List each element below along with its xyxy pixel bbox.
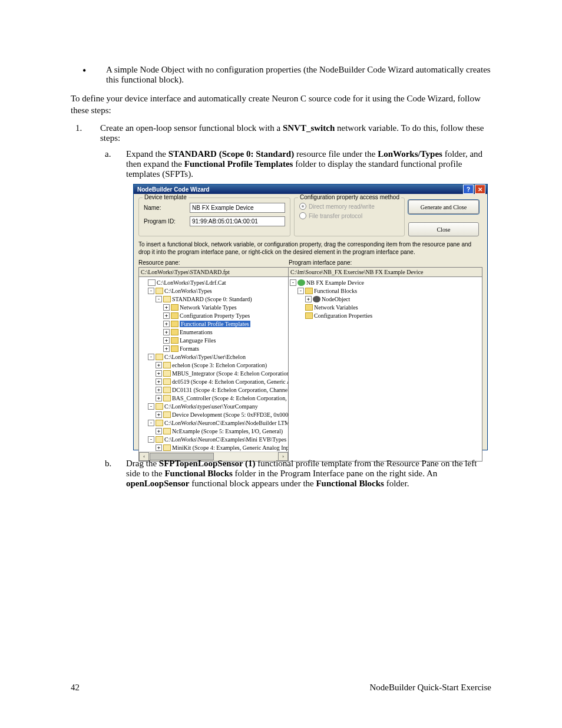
folder-open-icon (163, 378, 171, 385)
name-input[interactable] (190, 203, 285, 213)
folder-icon (171, 345, 178, 352)
tree-item[interactable]: -Functional Blocks (290, 286, 482, 295)
close-window-button[interactable]: ✕ (475, 185, 485, 194)
instruction-text: To insert a functional block, network va… (138, 241, 482, 256)
tree-item-label: Device Development (Scope 5: 0xFFD3E, 0x… (172, 411, 288, 418)
folder-open-icon (156, 288, 163, 294)
collapse-icon[interactable]: - (297, 288, 304, 294)
collapse-icon[interactable]: - (290, 279, 296, 286)
expand-icon[interactable]: + (156, 444, 162, 451)
tree-item-label: echelon (Scope 3: Echelon Corporation) (172, 362, 267, 368)
file-transfer-radio[interactable] (299, 212, 306, 219)
expand-icon[interactable]: + (156, 411, 162, 418)
tree-item[interactable]: -C:\LonWorks\Types\User\Echelon (140, 353, 288, 361)
tree-item[interactable]: -STANDARD (Scope 0: Standard) (140, 295, 288, 303)
tree-item[interactable]: +DC0131 (Scope 4: Echelon Corporation, C… (140, 386, 288, 394)
tree-item[interactable]: +MiniKit (Scope 4: Examples, Generic Ana… (140, 443, 288, 452)
tree-item-label: Formats (180, 345, 199, 352)
tree-item[interactable]: +Language Files (140, 336, 288, 344)
tree-item[interactable]: +Formats (140, 344, 288, 353)
expand-icon[interactable]: + (305, 296, 312, 302)
expand-icon[interactable]: + (156, 362, 162, 368)
step-1b-number: b. (100, 459, 126, 489)
folder-open-icon (163, 411, 171, 418)
program-interface-pane[interactable]: C:\lm\Source\NB_FX Exercise\NB FX Exampl… (289, 268, 482, 461)
tree-item[interactable]: C:\LonWorks\Types\Ldrf.Cat (140, 278, 288, 286)
direct-memory-radio[interactable] (299, 203, 306, 210)
program-id-label: Program ID: (144, 218, 190, 225)
tree-item[interactable]: -NB FX Example Device (290, 278, 482, 286)
folder-icon (171, 312, 178, 319)
tree-item[interactable]: +Enumerations (140, 328, 288, 336)
resource-pane[interactable]: C:\LonWorks\Types\STANDARD.fpt C:\LonWor… (139, 268, 289, 461)
tree-item[interactable]: -C:\LonWorks\NeuronC\Examples\Mini EVB\T… (140, 435, 288, 443)
folder-open-icon (163, 444, 171, 451)
collapse-icon[interactable]: - (148, 354, 154, 360)
tree-item[interactable]: +Device Development (Scope 5: 0xFFD3E, 0… (140, 410, 288, 419)
tree-item-label: NB FX Example Device (306, 279, 364, 286)
page-number: 42 (71, 683, 80, 693)
folder-open-icon (163, 387, 171, 393)
tree-item[interactable]: +BAS_Controller (Scope 4: Echelon Corpor… (140, 394, 288, 402)
folder-icon (171, 321, 178, 327)
step-1b-text: Drag the SFPTopenLoopSensor (1) function… (126, 459, 491, 489)
collapse-icon[interactable]: - (148, 436, 154, 443)
tree-item-label: C:\LonWorks\Types\Ldrf.Cat (157, 279, 226, 286)
expand-icon[interactable]: + (156, 428, 162, 434)
program-id-input[interactable] (190, 216, 285, 226)
dialog-title: NodeBuilder Code Wizard (137, 186, 462, 193)
folder-open-icon (156, 420, 163, 426)
folder-open-icon (163, 395, 171, 401)
expand-icon[interactable]: + (163, 321, 170, 327)
tree-item[interactable]: -C:\LonWorks\Types (140, 286, 288, 295)
program-interface-pane-label: Program interface pane: (289, 259, 352, 266)
generate-and-close-button[interactable]: Generate and Close (408, 200, 479, 214)
expand-icon[interactable]: + (156, 370, 162, 377)
collapse-icon[interactable]: - (148, 288, 154, 294)
config-access-group: Configuration property access method Dir… (294, 197, 405, 236)
tree-item[interactable]: +NcExample (Scope 5: Examples, I/O, Gene… (140, 427, 288, 435)
expand-icon[interactable]: + (163, 329, 170, 335)
name-label: Name: (144, 205, 190, 211)
tree-item-label: Configuration Property Types (180, 312, 250, 319)
tree-item[interactable]: Configuration Properties (290, 311, 482, 319)
tree-item[interactable]: Network Variables (290, 303, 482, 311)
help-button[interactable]: ? (463, 185, 474, 194)
tree-item[interactable]: -C:\LonWorks\types\user\YourCompany (140, 402, 288, 410)
dialog-titlebar[interactable]: NodeBuilder Code Wizard ? ✕ (134, 185, 487, 194)
resource-pane-label: Resource pane: (138, 259, 289, 266)
expand-icon[interactable]: + (156, 378, 162, 385)
tree-item[interactable]: +echelon (Scope 3: Echelon Corporation) (140, 361, 288, 369)
step-1-number: 1. (71, 123, 100, 489)
scroll-thumb[interactable] (150, 453, 214, 460)
expand-icon[interactable]: + (163, 304, 170, 311)
expand-icon[interactable]: + (156, 387, 162, 393)
expand-icon[interactable]: + (163, 312, 170, 319)
tree-item-label: C:\LonWorks\types\user\YourCompany (164, 403, 258, 410)
expand-icon[interactable]: + (163, 337, 170, 344)
tree-item[interactable]: +Network Variable Types (140, 303, 288, 311)
bullet-marker: • (71, 65, 106, 85)
tree-item[interactable]: +Configuration Property Types (140, 311, 288, 319)
tree-item-label: DC0131 (Scope 4: Echelon Corporation, Ch… (172, 387, 288, 393)
close-button[interactable]: Close (408, 222, 479, 236)
tree-item[interactable]: -C:\LonWorks\NeuronC\Examples\NodeBuilde… (140, 419, 288, 427)
tree-item[interactable]: +Functional Profile Templates (140, 319, 288, 328)
tree-item[interactable]: +NodeObject (290, 295, 482, 303)
expand-icon[interactable]: + (156, 395, 162, 401)
horizontal-scrollbar[interactable]: ‹ › (139, 452, 288, 461)
folder-icon (171, 329, 178, 335)
tree-item-label: NcExample (Scope 5: Examples, I/O, Gener… (172, 428, 283, 434)
tree-item-label: dc0519 (Scope 4: Echelon Corporation, Ge… (172, 378, 288, 385)
collapse-icon[interactable]: - (148, 420, 154, 426)
program-interface-pane-header: C:\lm\Source\NB_FX Exercise\NB FX Exampl… (289, 268, 482, 277)
tree-item[interactable]: +dc0519 (Scope 4: Echelon Corporation, G… (140, 377, 288, 386)
expand-icon[interactable]: + (163, 345, 170, 352)
tree-item[interactable]: +MBUS_Integrator (Scope 4: Echelon Corpo… (140, 369, 288, 377)
collapse-icon[interactable]: - (156, 296, 162, 302)
tree-item-label: MiniKit (Scope 4: Examples, Generic Anal… (172, 444, 288, 451)
step-1a-number: a. (100, 149, 126, 179)
collapse-icon[interactable]: - (148, 403, 154, 410)
folder-icon (171, 337, 178, 344)
tree-item-label: STANDARD (Scope 0: Standard) (172, 296, 252, 302)
